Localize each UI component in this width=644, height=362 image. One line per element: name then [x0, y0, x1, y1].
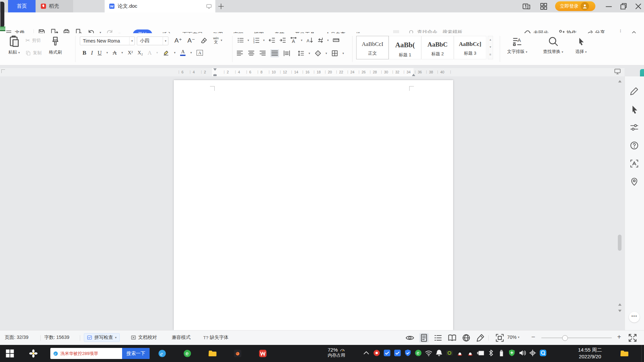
style-preset-标题 3[interactable]: AaBbCc]标题 3 [454, 36, 486, 59]
security-shield-icon[interactable] [404, 349, 412, 357]
shading-dropdown[interactable]: ▾ [326, 52, 327, 55]
cut-button[interactable]: ✂ 剪切 [25, 37, 41, 44]
superscript-button[interactable]: X² [128, 50, 133, 55]
compat-mode[interactable]: 兼容模式 [172, 335, 191, 341]
spell-check-toggle[interactable]: 拼写检查▾ [84, 333, 120, 342]
scroll-up-arrow[interactable] [618, 78, 622, 82]
font-color-button[interactable]: A [180, 49, 185, 56]
outline-view-icon[interactable] [433, 333, 443, 343]
tab-document[interactable]: 论文.doc [105, 0, 215, 12]
nvidia-icon[interactable] [445, 349, 453, 357]
taskbar-clock[interactable]: 14:55 周二 2022/9/20 [570, 347, 610, 360]
taskbar-news-search[interactable]: e 洗米华被控289项罪 搜索一下 [50, 348, 150, 359]
fit-page-button[interactable] [495, 333, 504, 343]
zoom-out-button[interactable]: − [531, 333, 535, 341]
find-replace-button[interactable]: 查找替换 ▾ [538, 35, 568, 55]
tab-home[interactable]: 首页 [8, 0, 36, 12]
missing-font-warning[interactable]: T? 缺失字体 [203, 335, 228, 341]
align-left-button[interactable] [236, 50, 244, 57]
restore-button[interactable] [619, 2, 628, 11]
subscript-button[interactable]: X₂ [138, 50, 143, 55]
display-crosshair-icon[interactable] [529, 349, 537, 357]
document-area[interactable] [0, 76, 625, 330]
vertical-scrollbar[interactable] [617, 78, 623, 327]
borders-button[interactable] [331, 50, 338, 57]
more-tools-button[interactable]: ••• [629, 312, 640, 322]
style-preset-正文[interactable]: AaBbCcI正文 [356, 36, 389, 59]
line-break-dropdown[interactable]: ▾ [327, 39, 329, 42]
hidden-icons-arrow[interactable] [362, 349, 370, 357]
horizontal-ruler[interactable]: |6|4|2|2|4|6|8|10|12|14|16|18|20|22|24|2… [0, 68, 625, 76]
highlight-dropdown[interactable]: ▾ [174, 51, 176, 54]
underline-button[interactable]: U [98, 50, 102, 56]
eye-protect-icon[interactable] [405, 333, 415, 343]
browser-360-icon[interactable]: e [183, 349, 192, 358]
red-app-icon[interactable] [373, 349, 381, 357]
format-painter-button[interactable]: 格式刷 [46, 35, 65, 55]
tab-stop-button[interactable] [332, 37, 340, 44]
sort-button[interactable]: A [306, 37, 313, 44]
line-break-button[interactable] [317, 37, 324, 44]
new-tab-button[interactable] [217, 3, 225, 10]
underline-dropdown[interactable]: ▾ [106, 51, 108, 54]
pinwheel-app-icon[interactable] [29, 349, 38, 358]
web-view-icon[interactable] [462, 333, 471, 343]
align-center-button[interactable] [248, 50, 255, 57]
docked-notes-icon[interactable] [0, 26, 5, 32]
page-view-icon[interactable] [419, 333, 429, 343]
borders-dropdown[interactable]: ▾ [342, 52, 344, 55]
fullscreen-button[interactable] [628, 333, 637, 343]
adjust-sliders-icon[interactable] [630, 123, 639, 132]
character-scale-dropdown[interactable]: ▾ [301, 39, 303, 42]
memory-monitor[interactable]: 72% 内存占用 [318, 347, 355, 358]
locate-icon[interactable] [630, 177, 639, 186]
document-page[interactable] [174, 80, 453, 330]
line-spacing-button[interactable] [297, 50, 305, 57]
select-cursor-icon[interactable] [630, 105, 639, 114]
copy-button[interactable]: 复制 [25, 50, 42, 56]
styles-more-button[interactable]: ≡ [488, 51, 493, 58]
increase-font-button[interactable]: A⁺ [174, 37, 182, 44]
next-page-button[interactable] [618, 310, 622, 314]
clear-format-button[interactable] [200, 37, 208, 44]
highlight-color-button[interactable] [163, 49, 169, 56]
ink-view-icon[interactable] [476, 333, 485, 343]
page-indicator[interactable]: 页面: 32/39 [5, 335, 29, 341]
green-browser-icon[interactable]: e [414, 349, 422, 357]
shading-button[interactable] [314, 50, 322, 57]
word-count[interactable]: 字数: 15639 [44, 335, 69, 341]
styles-scroll-down[interactable]: ▼ [488, 44, 493, 51]
right-indent-marker[interactable] [412, 72, 415, 76]
zoom-slider-knob[interactable] [562, 335, 568, 341]
tray-folder-icon[interactable] [620, 349, 629, 358]
game-box-icon[interactable] [233, 349, 242, 358]
notification-bell-icon[interactable] [435, 349, 443, 357]
pinyin-guide-button[interactable]: wén 文 [213, 37, 219, 44]
close-button[interactable] [634, 2, 643, 11]
power-display-icon[interactable] [477, 349, 485, 357]
increase-indent-button[interactable] [279, 37, 286, 44]
app-grid-icon[interactable] [539, 2, 548, 11]
file-explorer-icon[interactable] [208, 349, 217, 358]
wifi-icon[interactable] [425, 349, 433, 357]
character-border-button[interactable]: A [197, 50, 203, 56]
bullet-list-dropdown[interactable]: ▾ [248, 39, 249, 42]
login-button[interactable]: 立即登录 [555, 1, 595, 11]
doc-sync-2-icon[interactable] [393, 349, 401, 357]
text-effects-button[interactable]: A [148, 50, 152, 56]
text-effects-dropdown[interactable]: ▾ [156, 51, 158, 54]
previous-page-button[interactable] [618, 302, 622, 306]
ie-browser-icon[interactable]: e [158, 349, 167, 358]
start-button[interactable] [5, 349, 14, 358]
usb-device-icon[interactable] [497, 349, 505, 357]
character-scale-button[interactable]: A [289, 37, 298, 44]
window-manager-icon[interactable] [522, 2, 531, 11]
style-preset-标题 2[interactable]: AaBbC标题 2 [421, 36, 454, 59]
bluetooth-icon[interactable] [487, 349, 495, 357]
strikethrough-button[interactable]: A [113, 50, 117, 56]
proofread-button[interactable]: 文档校对 [131, 335, 157, 341]
strikethrough-dropdown[interactable]: ▾ [121, 51, 123, 54]
help-icon[interactable] [630, 141, 639, 150]
line-spacing-dropdown[interactable]: ▾ [309, 52, 310, 55]
doc-sync-icon[interactable] [383, 349, 391, 357]
